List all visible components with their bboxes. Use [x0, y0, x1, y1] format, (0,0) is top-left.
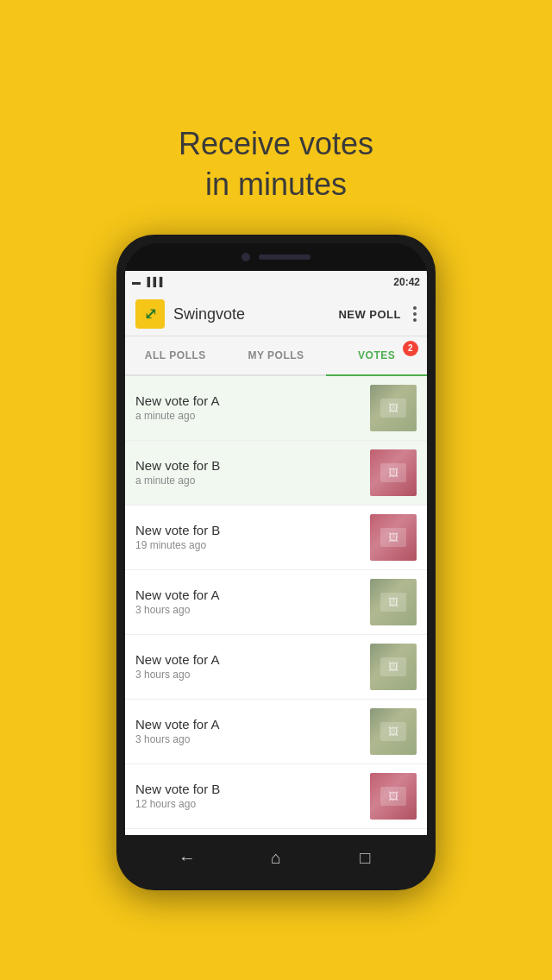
- tab-bar: ALL POLLS MY POLLS VOTES 2: [125, 336, 427, 376]
- vote-item-text: New vote for A3 hours ago: [135, 652, 361, 681]
- vote-thumbnail: 🖼: [370, 644, 417, 690]
- status-icons: ▬ ▐▐▐: [132, 277, 162, 286]
- vote-item[interactable]: New vote for A13 hours ago🖼: [125, 829, 427, 835]
- overflow-menu-button[interactable]: [413, 306, 417, 322]
- vote-thumbnail: 🖼: [370, 773, 417, 820]
- phone-top-bar: [125, 243, 427, 271]
- signal-bars-icon: ▐▐▐: [144, 277, 162, 286]
- vote-title: New vote for B: [135, 458, 361, 473]
- phone-bottom-bar: ← ⌂ □: [125, 835, 427, 882]
- vote-item-text: New vote for B12 hours ago: [135, 782, 361, 810]
- tab-votes[interactable]: VOTES 2: [326, 336, 427, 374]
- home-icon: ⌂: [271, 848, 281, 868]
- home-button[interactable]: ⌂: [259, 841, 293, 876]
- vote-time: a minute ago: [135, 474, 361, 487]
- vote-title: New vote for A: [135, 652, 361, 667]
- dot-3: [413, 318, 417, 322]
- vote-time: 3 hours ago: [135, 733, 361, 745]
- hero-section: Receive votes in minutes: [179, 90, 373, 235]
- vote-title: New vote for B: [135, 782, 361, 796]
- dot-2: [413, 312, 417, 316]
- phone-shell: ▬ ▐▐▐ 20:42 ⤢ Swingvote NEW POLL: [116, 235, 436, 890]
- votes-badge: 2: [403, 341, 418, 356]
- back-icon: ←: [179, 848, 196, 868]
- vote-item-text: New vote for Ba minute ago: [135, 458, 361, 487]
- phone-speaker: [259, 254, 310, 260]
- vote-item-text: New vote for A3 hours ago: [135, 587, 361, 616]
- status-time: 20:42: [393, 276, 420, 288]
- notification-icon: ▬: [132, 277, 141, 286]
- thumbnail-image-icon: 🖼: [388, 661, 398, 673]
- thumbnail-image-icon: 🖼: [388, 726, 398, 738]
- vote-title: New vote for A: [135, 393, 361, 408]
- vote-thumbnail: 🖼: [370, 514, 417, 561]
- thumbnail-image-icon: 🖼: [388, 596, 398, 608]
- vote-title: New vote for A: [135, 717, 361, 732]
- back-button[interactable]: ←: [170, 841, 204, 876]
- phone-inner: ▬ ▐▐▐ 20:42 ⤢ Swingvote NEW POLL: [125, 243, 427, 882]
- vote-list: New vote for Aa minute ago🖼New vote for …: [125, 376, 427, 835]
- vote-item[interactable]: New vote for Ba minute ago🖼: [125, 441, 427, 506]
- tab-my-polls[interactable]: MY POLLS: [226, 336, 327, 374]
- vote-item[interactable]: New vote for Aa minute ago🖼: [125, 376, 427, 441]
- recents-button[interactable]: □: [348, 841, 382, 876]
- app-toolbar: ⤢ Swingvote NEW POLL: [125, 293, 427, 336]
- phone-camera: [242, 253, 250, 261]
- thumbnail-image-icon: 🖼: [388, 402, 398, 414]
- thumbnail-image-icon: 🖼: [388, 467, 398, 479]
- vote-thumbnail: 🖼: [370, 708, 417, 755]
- status-bar: ▬ ▐▐▐ 20:42: [125, 271, 427, 293]
- dot-1: [413, 306, 417, 310]
- vote-time: 12 hours ago: [135, 798, 361, 810]
- vote-time: 3 hours ago: [135, 604, 361, 616]
- screen: ▬ ▐▐▐ 20:42 ⤢ Swingvote NEW POLL: [125, 271, 427, 835]
- vote-title: New vote for A: [135, 587, 361, 602]
- hero-text: Receive votes in minutes: [179, 124, 373, 205]
- vote-item[interactable]: New vote for A3 hours ago🖼: [125, 635, 427, 700]
- app-title: Swingvote: [173, 305, 338, 324]
- vote-thumbnail: 🖼: [370, 579, 417, 625]
- vote-item[interactable]: New vote for A3 hours ago🖼: [125, 700, 427, 764]
- thumbnail-image-icon: 🖼: [388, 531, 398, 543]
- vote-title: New vote for B: [135, 523, 361, 537]
- vote-item-text: New vote for Aa minute ago: [135, 393, 361, 422]
- app-logo-icon: ⤢: [144, 305, 157, 324]
- vote-time: a minute ago: [135, 410, 361, 422]
- vote-item[interactable]: New vote for B19 minutes ago🖼: [125, 506, 427, 570]
- tab-all-polls[interactable]: ALL POLLS: [125, 336, 226, 374]
- new-poll-button[interactable]: NEW POLL: [338, 308, 401, 321]
- recents-icon: □: [360, 848, 370, 868]
- vote-item[interactable]: New vote for B12 hours ago🖼: [125, 764, 427, 829]
- vote-item-text: New vote for A3 hours ago: [135, 717, 361, 745]
- vote-time: 19 minutes ago: [135, 539, 361, 551]
- vote-thumbnail: 🖼: [370, 449, 417, 496]
- vote-time: 3 hours ago: [135, 669, 361, 681]
- vote-item-text: New vote for B19 minutes ago: [135, 523, 361, 551]
- app-logo: ⤢: [135, 299, 165, 329]
- thumbnail-image-icon: 🖼: [388, 790, 398, 802]
- vote-item[interactable]: New vote for A3 hours ago🖼: [125, 570, 427, 635]
- vote-thumbnail: 🖼: [370, 385, 417, 431]
